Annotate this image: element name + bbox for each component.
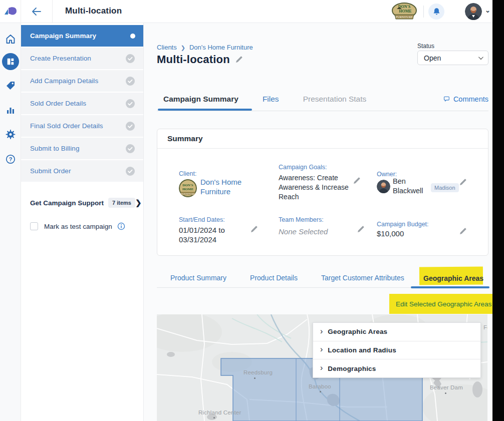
team-label: Team Members:	[279, 216, 324, 223]
map-label-richland-center: Richland Center	[198, 409, 241, 415]
test-campaign-checkbox[interactable]	[30, 222, 38, 230]
owner-avatar	[377, 180, 390, 193]
bell-icon	[432, 8, 441, 16]
step-check-icon	[125, 54, 135, 64]
edit-team-pencil-icon[interactable]	[357, 225, 365, 233]
tab-product-summary[interactable]: Product Summary	[170, 274, 226, 282]
help-icon[interactable]: ?	[6, 154, 16, 164]
gear-icon[interactable]	[5, 129, 16, 140]
client-name-link[interactable]: Don's Home Furniture	[200, 177, 248, 196]
svg-text:FURNITURE: FURNITURE	[181, 193, 195, 195]
tab-product-details[interactable]: Product Details	[250, 274, 298, 282]
panel-row-demographics[interactable]: › Demographics	[313, 359, 480, 378]
svg-text:HOME: HOME	[399, 9, 411, 14]
status-dropdown[interactable]: Open	[417, 51, 488, 65]
edit-owner-pencil-icon[interactable]	[459, 178, 467, 186]
map-label-fo: Fo	[483, 324, 487, 330]
chevron-right-icon: ›	[320, 345, 323, 354]
team-value: None Selected	[279, 227, 328, 236]
map-dot	[445, 392, 446, 394]
svg-text:?: ?	[9, 156, 12, 162]
step-check-icon	[125, 144, 135, 154]
notifications-button[interactable]	[428, 4, 444, 20]
map-layers-panel: › Geographic Areas › Location and Radius…	[313, 322, 481, 378]
support-count-badge: 7 items	[108, 198, 135, 208]
nav-rail: ?	[0, 23, 21, 421]
screen-edge	[492, 0, 504, 421]
budget-label: Campaign Budget:	[377, 221, 429, 228]
tabs-underline	[157, 111, 488, 111]
account-menu-chevron-icon[interactable]: ⌄	[485, 7, 490, 14]
tab-campaign-summary[interactable]: Campaign Summary	[163, 95, 238, 104]
top-bar: Multi-location DON'S HOME FURNITURE ⌄	[0, 0, 492, 23]
step-submit-to-billing[interactable]: Submit to Billing	[21, 138, 143, 159]
breadcrumb: Clients ❯ Don's Home Furniture	[157, 44, 253, 51]
edit-dates-pencil-icon[interactable]	[250, 225, 258, 233]
edit-selected-geographic-areas-button[interactable]: Edit Selected Geographic Areas	[389, 294, 504, 314]
svg-text:DON'S: DON'S	[182, 183, 193, 187]
tab-target-customer-attributes[interactable]: Target Customer Attributes	[321, 274, 404, 282]
owner-market-badge: Madison	[431, 183, 459, 192]
tab-geographic-areas[interactable]: Geographic Areas	[423, 274, 483, 282]
budget-value: $10,000	[377, 229, 404, 238]
window-title: Multi-location	[65, 6, 122, 16]
breadcrumb-client-name[interactable]: Don's Home Furniture	[189, 44, 253, 51]
step-campaign-summary[interactable]: Campaign Summary	[21, 25, 143, 47]
summary-card: Summary Client: DON'SHOMEFURNITURE Don's…	[157, 129, 488, 256]
map-dot	[254, 377, 256, 379]
active-step-dot	[130, 34, 135, 39]
panel-row-location-and-radius[interactable]: › Location and Radius	[313, 341, 480, 360]
bar-chart-icon[interactable]	[6, 105, 16, 115]
panel-row-geographic-areas[interactable]: › Geographic Areas	[313, 323, 480, 341]
home-icon[interactable]	[6, 34, 16, 44]
geographic-map[interactable]: Reedsburg Baraboo Richland Center Beaver…	[157, 314, 487, 421]
status-label: Status	[417, 43, 434, 50]
map-dot	[213, 417, 215, 418]
svg-text:FURNITURE: FURNITURE	[396, 16, 413, 19]
comment-bubble-icon	[443, 95, 450, 103]
breadcrumb-clients[interactable]: Clients	[157, 44, 177, 51]
step-add-campaign-details[interactable]: Add Campaign Details	[21, 70, 143, 92]
svg-text:HOME: HOME	[182, 187, 193, 191]
edit-title-pencil-icon[interactable]	[235, 56, 243, 64]
comments-button[interactable]: Comments	[443, 95, 488, 103]
chevron-right-icon: ›	[320, 364, 323, 373]
step-submit-order[interactable]: Submit Order	[21, 160, 143, 182]
goals-label: Campaign Goals:	[279, 164, 327, 171]
chevron-right-icon: ❯	[135, 198, 142, 207]
map-label-baraboo: Baraboo	[309, 383, 331, 389]
step-check-icon	[125, 99, 135, 109]
campaign-steps-sidebar: Campaign Summary Create Presentation Add…	[21, 23, 144, 421]
step-final-sold-order-details[interactable]: Final Sold Order Details	[21, 115, 143, 137]
step-check-icon	[125, 76, 135, 86]
map-label-reedsburg: Reedsburg	[243, 369, 273, 375]
goals-value: Awareness: Create Awareness & Increase R…	[279, 173, 351, 202]
edit-budget-pencil-icon[interactable]	[459, 227, 467, 235]
client-logo-thumb[interactable]: DON'SHOMEFURNITURE	[179, 179, 197, 197]
test-campaign-row: Mark as test campaign	[30, 222, 125, 230]
client-label: Client:	[179, 170, 196, 177]
dropdown-caret-icon	[478, 55, 483, 60]
map-dot	[320, 391, 321, 392]
user-avatar[interactable]	[465, 3, 482, 20]
header-divider	[423, 6, 424, 18]
page-title: Multi-location	[157, 53, 230, 66]
tab-presentation-stats[interactable]: Presentation Stats	[303, 95, 367, 104]
campaigns-nav-icon-active[interactable]	[2, 53, 19, 70]
edit-goals-pencil-icon[interactable]	[353, 177, 361, 185]
info-icon[interactable]	[117, 222, 125, 230]
summary-card-title: Summary	[167, 134, 203, 143]
get-campaign-support[interactable]: Get Campaign Support 7 items ❯	[30, 198, 139, 208]
back-arrow-icon	[32, 7, 42, 16]
app-logo[interactable]	[0, 0, 21, 23]
step-sold-order-details[interactable]: Sold Order Details	[21, 93, 143, 114]
step-check-icon	[125, 166, 135, 176]
tab-files[interactable]: Files	[263, 95, 279, 104]
tag-icon[interactable]	[6, 81, 16, 91]
back-button[interactable]	[21, 0, 53, 23]
step-create-presentation[interactable]: Create Presentation	[21, 48, 143, 69]
brand-logo-icon	[0, 0, 21, 23]
active-subtab-indicator	[411, 286, 489, 288]
map-label-beaver-dam: Beaver Dam	[430, 384, 463, 390]
dates-label: Start/End Dates:	[179, 216, 225, 223]
